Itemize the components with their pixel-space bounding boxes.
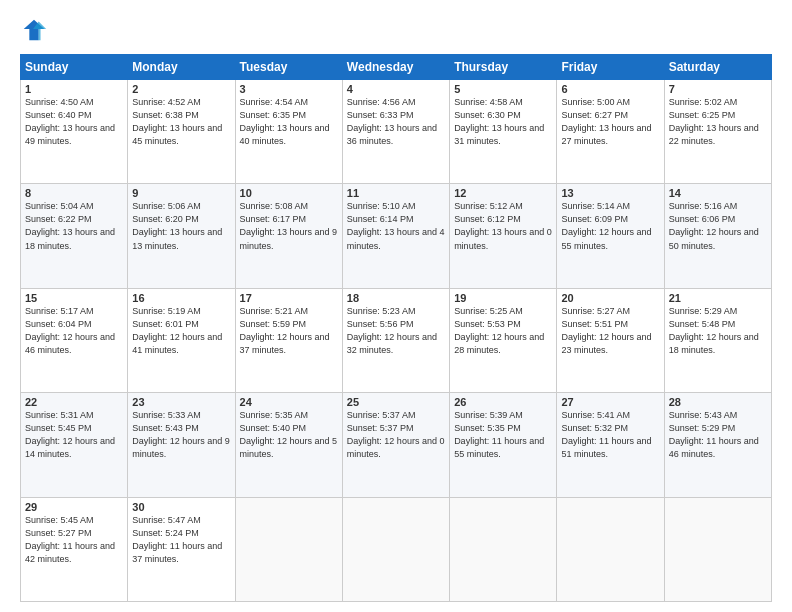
- calendar-cell: 22 Sunrise: 5:31 AMSunset: 5:45 PMDaylig…: [21, 393, 128, 497]
- day-info: Sunrise: 5:06 AMSunset: 6:20 PMDaylight:…: [132, 201, 222, 250]
- day-info: Sunrise: 4:58 AMSunset: 6:30 PMDaylight:…: [454, 97, 544, 146]
- calendar-table: SundayMondayTuesdayWednesdayThursdayFrid…: [20, 54, 772, 602]
- day-number: 1: [25, 83, 123, 95]
- svg-marker-0: [24, 20, 45, 41]
- day-info: Sunrise: 5:41 AMSunset: 5:32 PMDaylight:…: [561, 410, 651, 459]
- calendar-cell: 9 Sunrise: 5:06 AMSunset: 6:20 PMDayligh…: [128, 184, 235, 288]
- day-number: 23: [132, 396, 230, 408]
- day-info: Sunrise: 5:27 AMSunset: 5:51 PMDaylight:…: [561, 306, 651, 355]
- calendar-cell: 23 Sunrise: 5:33 AMSunset: 5:43 PMDaylig…: [128, 393, 235, 497]
- day-info: Sunrise: 5:16 AMSunset: 6:06 PMDaylight:…: [669, 201, 759, 250]
- day-info: Sunrise: 5:21 AMSunset: 5:59 PMDaylight:…: [240, 306, 330, 355]
- calendar-cell: [235, 497, 342, 601]
- calendar-cell: [664, 497, 771, 601]
- day-number: 2: [132, 83, 230, 95]
- day-number: 21: [669, 292, 767, 304]
- day-info: Sunrise: 4:50 AMSunset: 6:40 PMDaylight:…: [25, 97, 115, 146]
- col-header-monday: Monday: [128, 55, 235, 80]
- page: SundayMondayTuesdayWednesdayThursdayFrid…: [0, 0, 792, 612]
- day-info: Sunrise: 5:45 AMSunset: 5:27 PMDaylight:…: [25, 515, 115, 564]
- calendar-cell: 27 Sunrise: 5:41 AMSunset: 5:32 PMDaylig…: [557, 393, 664, 497]
- day-info: Sunrise: 5:35 AMSunset: 5:40 PMDaylight:…: [240, 410, 338, 459]
- day-info: Sunrise: 5:37 AMSunset: 5:37 PMDaylight:…: [347, 410, 445, 459]
- calendar-cell: 16 Sunrise: 5:19 AMSunset: 6:01 PMDaylig…: [128, 288, 235, 392]
- week-row-1: 1 Sunrise: 4:50 AMSunset: 6:40 PMDayligh…: [21, 80, 772, 184]
- calendar-cell: 3 Sunrise: 4:54 AMSunset: 6:35 PMDayligh…: [235, 80, 342, 184]
- day-number: 15: [25, 292, 123, 304]
- calendar-cell: 13 Sunrise: 5:14 AMSunset: 6:09 PMDaylig…: [557, 184, 664, 288]
- calendar-cell: 26 Sunrise: 5:39 AMSunset: 5:35 PMDaylig…: [450, 393, 557, 497]
- calendar-cell: 4 Sunrise: 4:56 AMSunset: 6:33 PMDayligh…: [342, 80, 449, 184]
- day-info: Sunrise: 5:08 AMSunset: 6:17 PMDaylight:…: [240, 201, 338, 250]
- day-info: Sunrise: 4:52 AMSunset: 6:38 PMDaylight:…: [132, 97, 222, 146]
- day-info: Sunrise: 5:00 AMSunset: 6:27 PMDaylight:…: [561, 97, 651, 146]
- day-info: Sunrise: 5:25 AMSunset: 5:53 PMDaylight:…: [454, 306, 544, 355]
- logo-icon: [20, 16, 48, 44]
- day-info: Sunrise: 5:14 AMSunset: 6:09 PMDaylight:…: [561, 201, 651, 250]
- day-info: Sunrise: 5:23 AMSunset: 5:56 PMDaylight:…: [347, 306, 437, 355]
- calendar-cell: 8 Sunrise: 5:04 AMSunset: 6:22 PMDayligh…: [21, 184, 128, 288]
- logo: [20, 16, 52, 44]
- day-info: Sunrise: 5:43 AMSunset: 5:29 PMDaylight:…: [669, 410, 759, 459]
- calendar-cell: 1 Sunrise: 4:50 AMSunset: 6:40 PMDayligh…: [21, 80, 128, 184]
- calendar-cell: 2 Sunrise: 4:52 AMSunset: 6:38 PMDayligh…: [128, 80, 235, 184]
- day-info: Sunrise: 5:29 AMSunset: 5:48 PMDaylight:…: [669, 306, 759, 355]
- col-header-thursday: Thursday: [450, 55, 557, 80]
- day-number: 27: [561, 396, 659, 408]
- calendar-cell: 10 Sunrise: 5:08 AMSunset: 6:17 PMDaylig…: [235, 184, 342, 288]
- day-info: Sunrise: 5:10 AMSunset: 6:14 PMDaylight:…: [347, 201, 445, 250]
- day-number: 25: [347, 396, 445, 408]
- day-info: Sunrise: 5:33 AMSunset: 5:43 PMDaylight:…: [132, 410, 230, 459]
- day-number: 30: [132, 501, 230, 513]
- week-row-3: 15 Sunrise: 5:17 AMSunset: 6:04 PMDaylig…: [21, 288, 772, 392]
- day-number: 3: [240, 83, 338, 95]
- day-number: 4: [347, 83, 445, 95]
- calendar-cell: 24 Sunrise: 5:35 AMSunset: 5:40 PMDaylig…: [235, 393, 342, 497]
- day-info: Sunrise: 5:17 AMSunset: 6:04 PMDaylight:…: [25, 306, 115, 355]
- day-number: 24: [240, 396, 338, 408]
- calendar-cell: 20 Sunrise: 5:27 AMSunset: 5:51 PMDaylig…: [557, 288, 664, 392]
- calendar-cell: 29 Sunrise: 5:45 AMSunset: 5:27 PMDaylig…: [21, 497, 128, 601]
- col-header-saturday: Saturday: [664, 55, 771, 80]
- day-number: 6: [561, 83, 659, 95]
- calendar-cell: 17 Sunrise: 5:21 AMSunset: 5:59 PMDaylig…: [235, 288, 342, 392]
- day-number: 9: [132, 187, 230, 199]
- calendar-cell: 12 Sunrise: 5:12 AMSunset: 6:12 PMDaylig…: [450, 184, 557, 288]
- day-number: 20: [561, 292, 659, 304]
- header: [20, 16, 772, 44]
- calendar-cell: [557, 497, 664, 601]
- day-number: 28: [669, 396, 767, 408]
- day-number: 7: [669, 83, 767, 95]
- header-row: SundayMondayTuesdayWednesdayThursdayFrid…: [21, 55, 772, 80]
- week-row-2: 8 Sunrise: 5:04 AMSunset: 6:22 PMDayligh…: [21, 184, 772, 288]
- day-number: 19: [454, 292, 552, 304]
- col-header-tuesday: Tuesday: [235, 55, 342, 80]
- calendar-cell: 6 Sunrise: 5:00 AMSunset: 6:27 PMDayligh…: [557, 80, 664, 184]
- day-number: 11: [347, 187, 445, 199]
- day-info: Sunrise: 5:19 AMSunset: 6:01 PMDaylight:…: [132, 306, 222, 355]
- day-number: 17: [240, 292, 338, 304]
- day-info: Sunrise: 5:31 AMSunset: 5:45 PMDaylight:…: [25, 410, 115, 459]
- day-number: 18: [347, 292, 445, 304]
- col-header-friday: Friday: [557, 55, 664, 80]
- calendar-cell: 5 Sunrise: 4:58 AMSunset: 6:30 PMDayligh…: [450, 80, 557, 184]
- week-row-4: 22 Sunrise: 5:31 AMSunset: 5:45 PMDaylig…: [21, 393, 772, 497]
- day-number: 14: [669, 187, 767, 199]
- calendar-cell: 21 Sunrise: 5:29 AMSunset: 5:48 PMDaylig…: [664, 288, 771, 392]
- day-info: Sunrise: 5:12 AMSunset: 6:12 PMDaylight:…: [454, 201, 552, 250]
- day-number: 13: [561, 187, 659, 199]
- day-info: Sunrise: 4:54 AMSunset: 6:35 PMDaylight:…: [240, 97, 330, 146]
- col-header-sunday: Sunday: [21, 55, 128, 80]
- calendar-cell: 11 Sunrise: 5:10 AMSunset: 6:14 PMDaylig…: [342, 184, 449, 288]
- week-row-5: 29 Sunrise: 5:45 AMSunset: 5:27 PMDaylig…: [21, 497, 772, 601]
- day-info: Sunrise: 5:47 AMSunset: 5:24 PMDaylight:…: [132, 515, 222, 564]
- day-number: 12: [454, 187, 552, 199]
- calendar-cell: [450, 497, 557, 601]
- day-number: 22: [25, 396, 123, 408]
- calendar-cell: 15 Sunrise: 5:17 AMSunset: 6:04 PMDaylig…: [21, 288, 128, 392]
- col-header-wednesday: Wednesday: [342, 55, 449, 80]
- day-number: 16: [132, 292, 230, 304]
- calendar-cell: 30 Sunrise: 5:47 AMSunset: 5:24 PMDaylig…: [128, 497, 235, 601]
- calendar-cell: 7 Sunrise: 5:02 AMSunset: 6:25 PMDayligh…: [664, 80, 771, 184]
- day-number: 29: [25, 501, 123, 513]
